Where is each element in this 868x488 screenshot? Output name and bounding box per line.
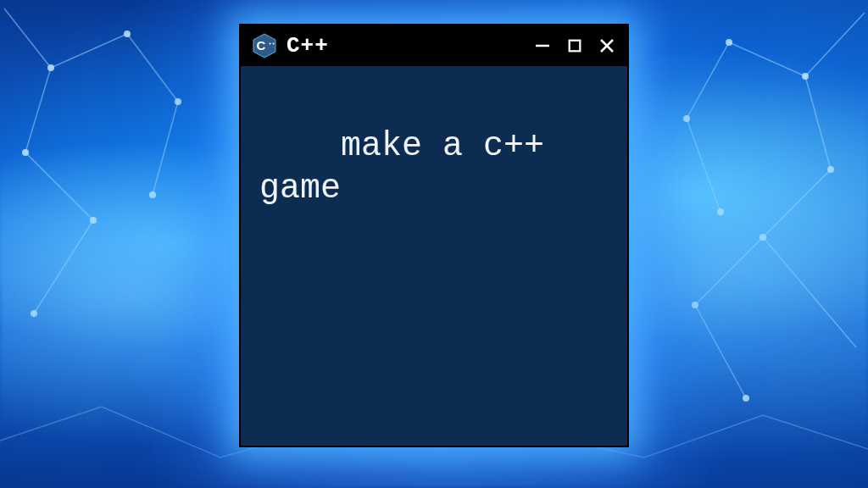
svg-point-3 [124,30,131,37]
terminal-window: C + + C++ make a c++ game [239,24,629,447]
svg-point-11 [683,115,690,122]
cpp-logo-icon: C + + [251,32,278,59]
svg-point-9 [760,234,766,241]
svg-rect-20 [570,41,581,52]
maximize-button[interactable] [565,36,585,56]
svg-point-10 [726,39,732,46]
svg-text:+: + [269,41,271,46]
svg-point-1 [22,149,29,156]
window-controls [532,36,617,56]
svg-text:+: + [272,41,275,46]
svg-point-4 [175,98,181,105]
svg-point-0 [47,64,54,71]
svg-point-8 [827,166,834,173]
svg-point-7 [802,73,809,80]
svg-point-6 [31,310,37,317]
minimize-button[interactable] [532,36,553,56]
svg-point-14 [743,395,749,402]
close-button[interactable] [597,36,617,56]
window-title: C++ [287,33,524,58]
svg-point-2 [90,217,97,224]
svg-point-13 [692,302,698,308]
terminal-text: make a c++ game [259,127,565,208]
svg-text:C: C [257,38,266,53]
titlebar[interactable]: C + + C++ [241,25,627,66]
svg-point-5 [149,191,156,198]
svg-point-12 [717,208,724,215]
terminal-content[interactable]: make a c++ game [241,66,627,269]
